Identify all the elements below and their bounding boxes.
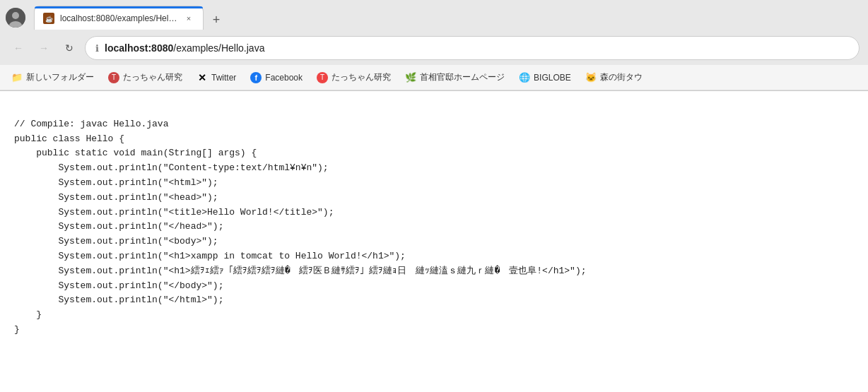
bookmark-label: たっちゃん研究 (123, 71, 182, 83)
browser-chrome: ☕ localhost:8080/examples/Hello.ja × + ←… (0, 0, 868, 91)
code-display: // Compile: javac Hello.java public clas… (14, 119, 587, 335)
tab-title: localhost:8080/examples/Hello.ja (60, 13, 177, 23)
address-bar: ← → ↻ ℹ localhost:8080/examples/Hello.ja… (0, 31, 868, 65)
bookmark-label: Twitter (211, 73, 236, 83)
bookmark-new-folder[interactable]: 📁 新しいフォルダー (6, 69, 100, 85)
forward-button[interactable]: → (34, 38, 54, 58)
bookmark-label: たっちゃん研究 (332, 71, 391, 83)
address-rest: /examples/Hello.java (173, 42, 264, 54)
bookmark-label: 森の街タウ (600, 71, 643, 83)
bookmark-label: Facebook (265, 73, 303, 83)
bookmark-tacchan-1[interactable]: T たっちゃん研究 (102, 69, 188, 85)
facebook-icon: f (250, 72, 262, 83)
active-tab[interactable]: ☕ localhost:8080/examples/Hello.ja × (34, 6, 204, 30)
bookmark-facebook[interactable]: f Facebook (245, 70, 308, 85)
reload-button[interactable]: ↻ (59, 38, 79, 58)
bookmark-kantei[interactable]: 🌿 首相官邸ホームページ (399, 69, 510, 85)
info-icon: ℹ (95, 43, 99, 54)
address-bold: localhost:8080 (105, 42, 173, 54)
bookmark-tacchan-2[interactable]: T たっちゃん研究 (311, 69, 397, 85)
twitter-x-icon: ✕ (197, 72, 208, 83)
bookmark-biglobe[interactable]: 🌐 BIGLOBE (513, 70, 577, 85)
svg-point-1 (12, 12, 19, 19)
profile-avatar[interactable] (6, 8, 25, 28)
biglobe-icon: 🌐 (519, 72, 530, 83)
bookmark-label: 首相官邸ホームページ (420, 71, 505, 83)
loading-bar (35, 6, 203, 8)
tab-bar: ☕ localhost:8080/examples/Hello.ja × + (34, 6, 862, 30)
tacchan-icon-1: T (108, 72, 119, 83)
address-input[interactable]: ℹ localhost:8080/examples/Hello.java (85, 36, 860, 60)
bookmark-label: BIGLOBE (534, 73, 571, 83)
content-area: // Compile: javac Hello.java public clas… (0, 91, 868, 392)
svg-text:☕: ☕ (45, 15, 53, 23)
title-bar: ☕ localhost:8080/examples/Hello.ja × + (0, 0, 868, 31)
kantei-icon: 🌿 (405, 72, 416, 83)
bookmark-label: 新しいフォルダー (26, 71, 94, 83)
bookmark-twitter[interactable]: ✕ Twitter (191, 70, 242, 85)
address-text: localhost:8080/examples/Hello.java (105, 42, 849, 54)
bookmark-mori[interactable]: 🐱 森の街タウ (580, 69, 648, 85)
tab-favicon: ☕ (43, 13, 54, 24)
bookmarks-bar: 📁 新しいフォルダー T たっちゃん研究 ✕ Twitter f Faceboo… (0, 65, 868, 90)
tab-close-button[interactable]: × (183, 13, 194, 24)
back-button[interactable]: ← (8, 38, 28, 58)
mori-icon: 🐱 (585, 72, 597, 83)
folder-icon: 📁 (11, 72, 23, 83)
tacchan-icon-2: T (317, 72, 328, 83)
new-tab-button[interactable]: + (206, 10, 226, 30)
